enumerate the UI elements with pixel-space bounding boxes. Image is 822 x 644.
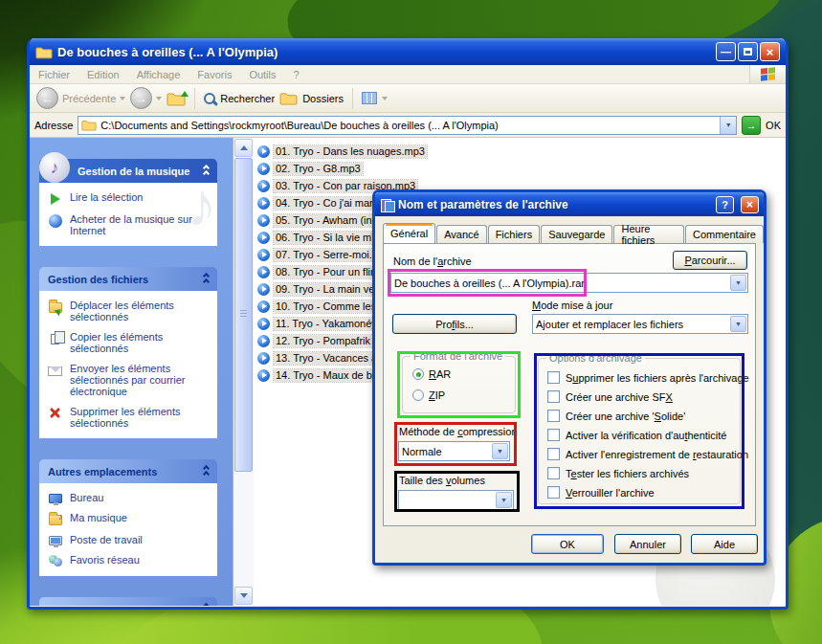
- go-button[interactable]: →: [742, 116, 761, 135]
- checkbox-icon: [547, 371, 560, 384]
- minimize-icon: —: [721, 46, 731, 57]
- tab-commentaire[interactable]: Commentaire: [685, 225, 764, 243]
- task-buy-music-online[interactable]: Acheter de la musique sur Internet: [47, 213, 212, 236]
- search-button[interactable]: Rechercher: [204, 93, 275, 104]
- checkbox-delete-after-archiving[interactable]: Supprimer les fichiers après l'archivage: [547, 371, 749, 384]
- menu-item-edition[interactable]: Edition: [87, 69, 120, 80]
- tab-avance[interactable]: Avancé: [436, 225, 487, 243]
- browse-button[interactable]: Parcourir...: [673, 251, 747, 270]
- back-dropdown-icon: [120, 97, 125, 103]
- network-icon: [49, 555, 62, 566]
- media-file-icon: [257, 180, 270, 192]
- cancel-button[interactable]: Annuler: [614, 534, 681, 554]
- folders-icon: [279, 91, 298, 105]
- file-item[interactable]: 01. Tryo - Dans les nuages.mp3: [257, 144, 786, 160]
- dialog-titlebar: Nom et paramètres de l'archive ? ×: [375, 192, 764, 216]
- go-label: OK: [766, 120, 781, 131]
- scrollbar-track[interactable]: [233, 472, 254, 586]
- chevron-down-icon: ▼: [730, 316, 746, 332]
- panel-header-file-tasks[interactable]: Gestion des fichiers: [39, 267, 217, 291]
- menu-item-favoris[interactable]: Favoris: [197, 69, 232, 80]
- tab-sauvegarde[interactable]: Sauvegarde: [541, 225, 612, 243]
- menu-item-fichier[interactable]: Fichier: [38, 69, 70, 80]
- checkbox-create-solid[interactable]: Créer une archive 'Solide': [547, 410, 685, 422]
- sidebar-scrollbar[interactable]: [233, 138, 254, 606]
- copy-icon: [51, 334, 59, 344]
- close-icon: ×: [746, 198, 753, 211]
- media-file-icon: [257, 232, 270, 244]
- dialog-close-button[interactable]: ×: [741, 196, 759, 213]
- radio-rar[interactable]: RAR: [412, 368, 451, 380]
- tab-fichiers[interactable]: Fichiers: [488, 225, 541, 243]
- place-network[interactable]: Favoris réseau: [47, 554, 212, 566]
- task-move-selected[interactable]: Déplacer les éléments sélectionnés: [47, 300, 212, 322]
- checkbox-recovery-record[interactable]: Activer l'enregistrement de restauration: [547, 448, 748, 460]
- media-file-icon: [257, 318, 270, 330]
- checkbox-lock-archive[interactable]: Verrouiller l'archive: [547, 486, 655, 499]
- maximize-icon: [744, 48, 752, 56]
- window-title: De bouches à oreilles (... A l'Olympia): [57, 45, 711, 59]
- address-dropdown-button[interactable]: ▼: [720, 117, 736, 134]
- panel-file-tasks: Gestion des fichiers Déplacer les élémen…: [39, 267, 217, 438]
- menu-item-affichage[interactable]: Affichage: [137, 69, 181, 80]
- checkbox-authenticity-verification[interactable]: Activer la vérification d'authenticité: [547, 429, 726, 441]
- tab-heure-fichiers[interactable]: Heure fichiers: [613, 225, 683, 243]
- radio-zip[interactable]: ZIP: [412, 389, 445, 401]
- menu-item-aide[interactable]: ?: [294, 69, 300, 80]
- media-file-icon: [257, 197, 270, 210]
- address-bar: Adresse C:\Documents and Settings\rockmy…: [30, 113, 786, 138]
- help-button[interactable]: Aide: [691, 534, 758, 554]
- profiles-button[interactable]: Profils...: [392, 314, 517, 334]
- panel-header-other-places[interactable]: Autres emplacements: [39, 459, 217, 483]
- chevron-down-icon: ▼: [725, 122, 732, 128]
- move-icon: [49, 302, 62, 313]
- views-dropdown-icon: [382, 97, 388, 103]
- views-button[interactable]: [362, 92, 388, 104]
- back-button[interactable]: ← Précédente: [36, 87, 125, 109]
- ok-button[interactable]: OK: [531, 534, 604, 554]
- forward-button[interactable]: →: [130, 87, 162, 109]
- compression-method-combobox[interactable]: Normale ▼: [398, 441, 510, 461]
- media-file-icon: [257, 214, 270, 227]
- task-email-selected[interactable]: Envoyer les éléments sélectionnés par co…: [47, 363, 212, 397]
- tab-general[interactable]: Général: [383, 223, 435, 243]
- archive-name-combobox[interactable]: De bouches à oreilles (... A l'Olympia).…: [390, 273, 748, 293]
- file-item[interactable]: 02. Tryo - G8.mp3: [257, 161, 786, 177]
- dialog-help-button[interactable]: ?: [716, 196, 734, 213]
- task-delete-selected[interactable]: Supprimer les éléments sélectionnés: [47, 406, 212, 429]
- volume-size-combobox[interactable]: ▼: [398, 490, 514, 510]
- panel-body-file-tasks: Déplacer les éléments sélectionnés Copie…: [39, 291, 217, 438]
- checkbox-test-archived-files[interactable]: Tester les fichiers archivés: [547, 467, 689, 479]
- menu-item-outils[interactable]: Outils: [249, 69, 276, 80]
- volume-size-label: Taille des volumes: [399, 475, 485, 486]
- close-button[interactable]: ×: [760, 42, 780, 61]
- task-copy-selected[interactable]: Copier les éléments sélectionnés: [47, 331, 212, 354]
- chevron-down-icon: ▼: [730, 275, 746, 291]
- task-play-selection[interactable]: Lire la sélection: [47, 191, 212, 205]
- address-label: Adresse: [34, 120, 73, 131]
- toolbar: ← Précédente → Rechercher Dossiers: [30, 84, 786, 113]
- update-mode-combobox[interactable]: Ajouter et remplacer les fichiers ▼: [532, 314, 748, 334]
- checkbox-icon: [547, 390, 560, 403]
- maximize-button[interactable]: [738, 42, 758, 61]
- panel-header-details[interactable]: Détails: [39, 597, 217, 606]
- scroll-up-button[interactable]: [234, 139, 253, 157]
- update-mode-value: Ajouter et remplacer les fichiers: [533, 319, 729, 330]
- address-folder-icon: [81, 119, 97, 131]
- checkbox-icon: [547, 467, 560, 479]
- up-button[interactable]: [167, 91, 186, 106]
- play-icon: [51, 193, 60, 205]
- folders-button[interactable]: Dossiers: [279, 91, 344, 105]
- views-icon: [362, 92, 377, 104]
- minimize-button[interactable]: —: [716, 42, 736, 61]
- place-desktop[interactable]: Bureau: [47, 492, 212, 503]
- scrollbar-thumb[interactable]: [234, 158, 253, 472]
- scroll-down-button[interactable]: [234, 587, 253, 605]
- media-file-icon: [257, 352, 270, 365]
- place-my-music[interactable]: Ma musique: [47, 512, 212, 525]
- radio-selected-icon: [412, 368, 424, 380]
- forward-arrow-icon: →: [130, 87, 152, 109]
- address-input[interactable]: C:\Documents and Settings\rockmyroot\Bur…: [78, 116, 737, 135]
- checkbox-create-sfx[interactable]: Créer une archive SFX: [547, 390, 673, 403]
- place-my-computer[interactable]: Poste de travail: [47, 534, 212, 545]
